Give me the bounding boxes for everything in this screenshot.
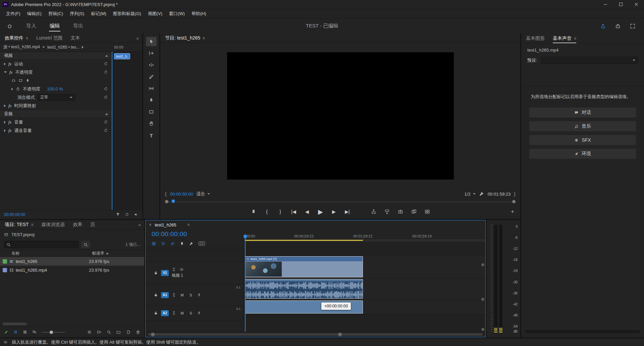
clip-nav-icon[interactable] <box>82 46 84 49</box>
export-frame-button[interactable] <box>398 209 403 214</box>
new-bin-icon[interactable] <box>116 330 121 334</box>
snap-magnet-icon[interactable] <box>161 241 165 246</box>
ripple-edit-tool[interactable] <box>146 60 157 70</box>
menu-view[interactable]: 视图(V) <box>145 11 166 17</box>
vscroll-knob[interactable] <box>481 328 484 331</box>
project-hscroll-thumb[interactable] <box>3 323 27 325</box>
reset-icon[interactable] <box>104 70 108 74</box>
tab-history[interactable]: 历 <box>91 220 95 229</box>
freeform-view-icon[interactable] <box>32 330 37 334</box>
settings-wrench-icon[interactable] <box>479 191 484 197</box>
compare-view-button[interactable] <box>411 209 417 214</box>
search-input[interactable] <box>13 242 76 247</box>
hand-tool[interactable] <box>146 119 157 128</box>
expand-icon[interactable] <box>4 129 6 132</box>
lift-button[interactable] <box>371 209 376 214</box>
video-preview[interactable] <box>227 52 454 180</box>
timeline-settings-icon[interactable] <box>189 241 194 246</box>
track-target-v1[interactable]: V1 <box>161 270 169 276</box>
lock-icon[interactable] <box>154 271 158 275</box>
go-to-in-button[interactable]: |◀ <box>291 209 297 214</box>
timeline-playhead-line[interactable] <box>245 234 246 332</box>
expand-icon[interactable] <box>4 105 6 107</box>
slip-tool[interactable] <box>146 84 157 93</box>
close-button[interactable] <box>629 0 644 9</box>
tab-media-browser[interactable]: 媒体浏览器 <box>42 220 65 229</box>
panel-menu-icon[interactable]: ≡ <box>31 222 34 227</box>
voiceover-mic-icon[interactable] <box>197 293 201 297</box>
fx-opacity-row[interactable]: fx 不透明度 <box>0 68 111 76</box>
multicam-view-button[interactable] <box>425 209 430 214</box>
captions-icon[interactable]: CC <box>199 241 205 246</box>
work-area-bar[interactable] <box>244 239 485 242</box>
add-marker-button[interactable] <box>251 209 256 214</box>
dialogue-button[interactable]: 对话 <box>529 108 636 118</box>
zoom-level-dropdown[interactable]: 适合 <box>196 191 210 197</box>
share-icon[interactable] <box>615 23 621 29</box>
track-header-v1[interactable]: V1 视频 1 <box>146 261 243 284</box>
button-editor-button[interactable]: + <box>511 208 514 215</box>
solo-button[interactable]: S <box>188 292 194 298</box>
tab-sequence[interactable]: test1_h265 <box>155 220 176 229</box>
video-clip[interactable]: test1_h265.mp4 [V] <box>245 256 363 277</box>
menu-edit[interactable]: 编辑(E) <box>24 11 45 17</box>
pen-tool[interactable] <box>146 95 157 105</box>
music-button[interactable]: 音乐 <box>529 121 636 131</box>
project-row-sequence[interactable]: test1_h265 23.976 fps <box>0 257 144 266</box>
home-button[interactable] <box>0 23 19 29</box>
search-bin-button[interactable] <box>81 241 90 248</box>
fullscreen-icon[interactable] <box>630 23 635 29</box>
tab-lumetri-scopes[interactable]: Lumetri 范围 <box>36 33 63 43</box>
timeline-ruler[interactable]: :00:00 00:00:59:22 00:01:59:21 00:02:59:… <box>244 229 485 239</box>
sequence-clip-label[interactable]: test1_h265 • tes... <box>47 45 79 50</box>
tab-overflow-icon[interactable]: » <box>136 36 142 41</box>
voiceover-mic-icon[interactable] <box>197 311 201 315</box>
menu-window[interactable]: 窗口(W) <box>166 11 188 17</box>
zoom-slider[interactable] <box>42 332 65 333</box>
video-section-header[interactable]: 视频 <box>0 52 111 60</box>
minimize-button[interactable] <box>598 0 613 9</box>
sfx-button[interactable]: SFX <box>529 135 636 145</box>
mute-button[interactable]: M <box>179 292 185 298</box>
ellipse-mask-icon[interactable] <box>11 78 16 83</box>
solo-button[interactable]: S <box>188 310 194 316</box>
rectangle-tool[interactable] <box>146 107 157 117</box>
tab-essential-sound[interactable]: 基本声音≡ <box>553 33 576 43</box>
track-output-eye-icon[interactable] <box>179 267 184 272</box>
reset-icon[interactable] <box>104 87 108 91</box>
maximize-button[interactable] <box>613 0 629 9</box>
track-header-a1[interactable]: A1 M S 5.1 <box>146 284 243 305</box>
new-item-icon[interactable] <box>126 330 130 334</box>
menu-file[interactable]: 文件(F) <box>3 11 24 17</box>
reset-icon[interactable] <box>104 62 108 66</box>
mini-clip-chip[interactable]: test1_h. <box>114 53 130 59</box>
track-v1[interactable]: test1_h265.mp4 [V] <box>244 255 485 278</box>
ambience-button[interactable]: 环境 <box>529 149 636 159</box>
rect-mask-icon[interactable] <box>18 78 23 83</box>
mute-button[interactable]: M <box>179 310 185 316</box>
effect-mini-timeline[interactable]: test1_h. <box>111 52 142 210</box>
expand-icon[interactable] <box>4 121 6 124</box>
menu-graphics[interactable]: 图形和标题(G) <box>110 11 145 17</box>
razor-tool[interactable] <box>146 72 157 81</box>
label-color-chip[interactable] <box>3 259 7 264</box>
panel-menu-icon[interactable]: ≡ <box>26 36 28 41</box>
lock-icon[interactable] <box>154 311 158 315</box>
program-playhead[interactable] <box>172 200 175 203</box>
track-a2[interactable]: +00:00:00:00 <box>244 299 485 314</box>
effect-timecode[interactable]: 00:00:00:00 <box>4 212 25 217</box>
audio-meters-panel[interactable]: 0-6 -12-18 -24-30 -36-42 -48-54 dB <box>487 220 520 337</box>
program-scrubber[interactable] <box>164 199 516 204</box>
workspace-tab-export[interactable]: 导出 <box>66 18 90 34</box>
tab-text[interactable]: 文本 <box>71 33 80 43</box>
linked-selection-icon[interactable] <box>170 241 175 246</box>
label-color-chip[interactable] <box>3 268 7 272</box>
timeline-timecode[interactable]: 00:00:00:00 <box>146 229 243 239</box>
icon-view-icon[interactable] <box>23 330 27 334</box>
workspace-tab-import[interactable]: 导入 <box>19 18 43 34</box>
go-to-out-button[interactable]: ▶| <box>345 209 350 214</box>
audio-clip-a1[interactable] <box>245 279 363 299</box>
nest-toggle-icon[interactable] <box>152 241 156 246</box>
tab-overflow-icon[interactable]: » <box>138 222 144 227</box>
close-sequence-icon[interactable]: × <box>149 222 152 227</box>
